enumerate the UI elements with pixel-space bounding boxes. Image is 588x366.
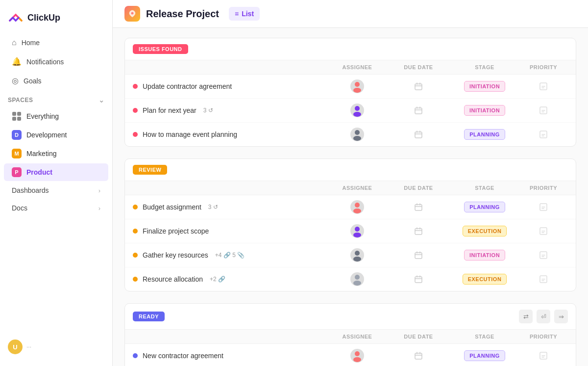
col-headers-ready: ASSIGNEE DUE DATE STAGE PRIORITY [125, 330, 576, 344]
main-panel: Release Project ≡ List ISSUES FOUND ASSI… [113, 0, 588, 366]
task-name-cell: Finalize project scope [133, 227, 328, 235]
task-name-cell: Plan for next year 3 ↺ [133, 106, 328, 114]
sidebar-item-everything[interactable]: Everything [4, 107, 108, 125]
assignee-cell [328, 128, 387, 141]
assignee-cell [328, 104, 387, 117]
duedate-cell[interactable] [387, 227, 450, 235]
user-avatar[interactable]: U [8, 340, 23, 354]
sidebar-item-goals[interactable]: ◎ Goals [4, 72, 108, 90]
task-name-cell: Update contractor agreement [133, 82, 328, 90]
duedate-cell[interactable] [387, 106, 450, 115]
sidebar-footer: U ··· [0, 334, 112, 360]
task-dot [133, 253, 138, 258]
avatar [350, 349, 364, 363]
priority-cell[interactable] [519, 275, 568, 283]
avatar [350, 224, 364, 238]
svg-point-14 [353, 209, 361, 213]
stage-cell: INITIATION [450, 105, 519, 116]
stage-badge: PLANNING [464, 350, 505, 361]
sidebar-item-product[interactable]: P Product [4, 163, 108, 181]
task-row[interactable]: Plan for next year 3 ↺ INITIATION [125, 99, 576, 123]
spaces-collapse-icon[interactable]: ⌄ [98, 96, 105, 104]
task-name: Gather key resources [143, 251, 208, 259]
duedate-cell[interactable] [387, 203, 450, 211]
logo[interactable]: ClickUp [0, 6, 112, 33]
svg-point-25 [355, 275, 360, 280]
task-dot [133, 353, 138, 358]
svg-rect-11 [415, 132, 422, 138]
duedate-cell[interactable] [387, 351, 450, 360]
sidebar-item-product-label: Product [26, 168, 52, 176]
stage-badge: INITIATION [464, 250, 505, 261]
view-tab-list[interactable]: ≡ List [229, 7, 260, 21]
col-task [133, 64, 328, 70]
svg-point-22 [353, 257, 361, 261]
toolbar-btn-3[interactable]: ⇒ [554, 310, 568, 323]
duedate-cell[interactable] [387, 82, 450, 91]
group-ready: READY ⇄ ⏎ ⇒ ASSIGNEE DUE DATE STAGE PRIO… [124, 303, 576, 366]
priority-cell[interactable] [519, 352, 568, 360]
stage-badge: INITIATION [464, 81, 505, 92]
svg-rect-31 [415, 353, 422, 359]
sidebar-item-docs[interactable]: Docs › [4, 200, 108, 216]
col-task-r [133, 185, 328, 191]
sidebar-item-home[interactable]: ⌂ Home [4, 34, 108, 52]
col-duedate-1: DUE DATE [387, 64, 450, 70]
sidebar-item-marketing[interactable]: M Marketing [4, 145, 108, 162]
task-row[interactable]: Finalize project scope EXECUTION [125, 219, 576, 243]
user-menu-icon[interactable]: ··· [26, 343, 31, 350]
svg-point-13 [355, 203, 360, 208]
list-view-label: List [242, 10, 254, 18]
toolbar-btn-2[interactable]: ⏎ [537, 310, 550, 323]
duedate-cell[interactable] [387, 130, 450, 139]
task-dot [133, 132, 138, 137]
task-row[interactable]: New contractor agreement PLANNING [125, 344, 576, 366]
priority-cell[interactable] [519, 227, 568, 235]
sidebar-item-dashboards[interactable]: Dashboards › [4, 182, 108, 199]
task-dot [133, 84, 138, 89]
list-view-icon: ≡ [235, 10, 239, 18]
svg-point-26 [353, 281, 361, 286]
sidebar-item-development[interactable]: D Development [4, 126, 108, 144]
task-row[interactable]: How to manage event planning PLANNING [125, 123, 576, 146]
stage-cell: INITIATION [450, 250, 519, 261]
svg-point-21 [355, 251, 360, 256]
everything-icon [12, 111, 22, 121]
sidebar-item-docs-label: Docs [12, 204, 27, 212]
svg-point-2 [353, 88, 361, 93]
stage-badge: EXECUTION [463, 226, 507, 236]
content-area: ISSUES FOUND ASSIGNEE DUE DATE STAGE PRI… [113, 28, 588, 366]
priority-cell[interactable] [519, 131, 568, 138]
avatar [350, 272, 364, 286]
priority-cell[interactable] [519, 106, 568, 114]
priority-cell[interactable] [519, 251, 568, 259]
task-name-cell: Budget assignment 3 ↺ [133, 203, 328, 211]
toolbar-btn-1[interactable]: ⇄ [519, 310, 533, 323]
priority-cell[interactable] [519, 203, 568, 211]
svg-rect-23 [415, 253, 422, 259]
col-headers-review: ASSIGNEE DUE DATE STAGE PRIORITY [125, 181, 576, 195]
task-row[interactable]: Gather key resources +4 🔗 5 📎 INITIATION [125, 243, 576, 267]
task-row[interactable]: Update contractor agreement INITIATION [125, 75, 576, 99]
stage-cell: INITIATION [450, 81, 519, 92]
task-count: 3 ↺ [208, 204, 218, 210]
task-name-cell: Resource allocation +2 🔗 [133, 275, 328, 283]
task-row[interactable]: Budget assignment 3 ↺ PLANNING [125, 195, 576, 219]
svg-point-30 [353, 357, 361, 362]
priority-cell[interactable] [519, 82, 568, 90]
task-row[interactable]: Resource allocation +2 🔗 EXECUTION [125, 267, 576, 291]
duedate-cell[interactable] [387, 251, 450, 260]
stage-badge: INITIATION [464, 105, 505, 116]
avatar [350, 200, 364, 214]
sidebar-item-notifications[interactable]: 🔔 Notifications [4, 52, 108, 71]
task-name-cell: How to manage event planning [133, 131, 328, 138]
svg-point-0 [131, 12, 134, 15]
stage-cell: PLANNING [450, 202, 519, 212]
sidebar-item-dashboards-label: Dashboards [12, 186, 49, 194]
chevron-right-icon-2: › [98, 205, 100, 212]
duedate-cell[interactable] [387, 275, 450, 284]
avatar [350, 248, 364, 262]
task-name: How to manage event planning [143, 131, 237, 138]
col-headers-issues: ASSIGNEE DUE DATE STAGE PRIORITY [125, 60, 576, 75]
col-duedate-rd: DUE DATE [387, 334, 450, 340]
